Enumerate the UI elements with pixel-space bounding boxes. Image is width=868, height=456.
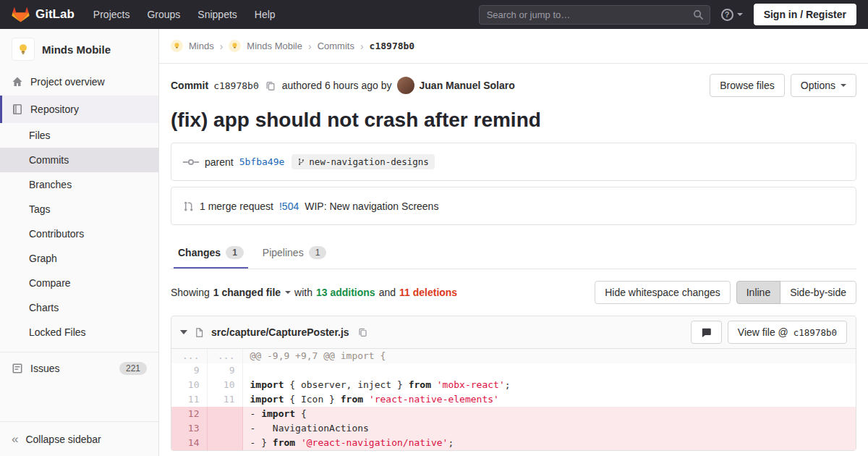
lightbulb-icon [173,42,181,50]
new-line-number[interactable]: 10 [207,378,242,392]
sidebar-item-project-overview[interactable]: Project overview [0,68,158,96]
top-navbar: GitLab Projects Groups Snippets Help ? S… [0,0,868,29]
double-chevron-left-icon: « [12,433,18,445]
side-by-side-view-button[interactable]: Side-by-side [780,281,856,304]
sidebar-item-charts[interactable]: Charts [0,295,158,320]
sidebar-item-repository[interactable]: Repository [0,96,158,123]
sidebar-item-commits[interactable]: Commits [0,148,158,172]
comment-file-button[interactable] [691,321,722,344]
new-line-number[interactable] [207,407,242,421]
pipelines-count-badge: 1 [309,246,327,259]
sidebar-item-graph[interactable]: Graph [0,246,158,271]
tab-label: Pipelines [263,247,304,258]
copy-sha-button[interactable] [264,79,277,93]
sidebar-item-label: Repository [30,104,79,115]
old-line-number[interactable]: 11 [171,392,207,407]
old-line-number[interactable]: 9 [171,363,207,378]
new-line-number[interactable] [207,436,242,450]
options-label: Options [801,80,835,91]
old-line-number[interactable]: 10 [171,378,207,392]
sidebar-item-compare[interactable]: Compare [0,271,158,295]
nav-snippets[interactable]: Snippets [197,9,237,20]
chevron-down-icon [285,291,291,294]
search-input[interactable] [479,5,710,25]
branch-chip[interactable]: new-navigation-designs [292,154,435,169]
help-dropdown[interactable]: ? [721,9,743,21]
collapse-diff-toggle[interactable] [180,330,187,334]
inline-view-button[interactable]: Inline [736,281,780,304]
nav-groups[interactable]: Groups [147,9,180,20]
collapse-sidebar-button[interactable]: « Collapse sidebar [0,421,158,456]
sidebar: Minds Mobile Project overview Repository… [0,29,159,456]
showing-text: Showing [171,287,210,298]
options-button[interactable]: Options [791,74,856,97]
diff-code [242,363,856,378]
repository-subnav: Files Commits Branches Tags Contributors… [0,123,158,345]
merge-request-icon [183,200,194,212]
view-file-button[interactable]: View file @ c18978b0 [728,321,847,344]
search-icon[interactable] [693,9,704,20]
new-line-number[interactable]: 9 [207,363,242,378]
tab-changes[interactable]: Changes 1 [174,238,248,269]
gitlab-logo[interactable]: GitLab [12,6,75,23]
mr-title-text: WIP: New navigation Screens [305,200,438,212]
new-line-number[interactable]: 11 [207,392,242,407]
old-line-number[interactable]: ... [171,349,207,363]
sign-in-button[interactable]: Sign in / Register [754,4,856,25]
issues-count-badge: 221 [119,362,147,375]
logo-text: GitLab [35,7,75,22]
breadcrumb-minds-mobile[interactable]: Minds Mobile [247,41,302,51]
sidebar-item-label: Issues [30,363,59,374]
commit-icon [183,158,199,166]
sidebar-item-issues[interactable]: Issues 221 [0,352,158,384]
nav-help[interactable]: Help [255,9,276,20]
search-box [479,5,710,25]
deletions-count: 11 deletions [399,287,457,298]
changed-files-label: 1 changed file [213,287,281,298]
breadcrumb-minds[interactable]: Minds [189,41,214,51]
diff-file-header: src/capture/CapturePoster.js [171,316,856,349]
sidebar-project-link[interactable]: Minds Mobile [0,29,158,68]
sidebar-item-contributors[interactable]: Contributors [0,221,158,246]
lightbulb-icon [231,42,239,50]
breadcrumb-separator: › [360,41,364,52]
file-path-link[interactable]: src/capture/CapturePoster.js [211,326,349,338]
parent-sha-link[interactable]: 5bfba49e [239,156,285,167]
breadcrumb: Minds › Minds Mobile › Commits › c18978b… [159,29,868,64]
new-line-number[interactable]: ... [207,349,242,363]
diff-file-card: src/capture/CapturePoster.js [171,316,856,451]
collapse-sidebar-label: Collapse sidebar [25,434,101,445]
diff-code: - import { [242,407,856,421]
commit-sha: c18978b0 [213,80,259,91]
breadcrumb-commit-sha: c18978b0 [370,41,415,51]
git-branch-icon [297,157,305,166]
project-name: Minds Mobile [42,43,111,56]
sidebar-item-files[interactable]: Files [0,123,158,148]
changed-files-dropdown[interactable]: 1 changed file [213,287,291,298]
group-avatar [171,40,183,52]
diff-code: @@ -9,9 +9,7 @@ import { [242,349,856,363]
sidebar-item-tags[interactable]: Tags [0,197,158,221]
new-line-number[interactable] [207,421,242,436]
copy-file-path-button[interactable] [357,326,369,339]
diff-table-body: ......@@ -9,9 +9,7 @@ import {991010impo… [171,349,856,450]
diff-code: import { Icon } from 'react-native-eleme… [242,392,856,407]
chevron-down-icon [737,13,743,16]
hide-whitespace-button[interactable]: Hide whitespace changes [595,281,731,304]
diff-code: - NavigationActions [242,421,856,436]
old-line-number[interactable]: 14 [171,436,207,450]
mr-ref-link[interactable]: !504 [279,200,299,212]
sidebar-item-branches[interactable]: Branches [0,172,158,197]
old-line-number[interactable]: 13 [171,421,207,436]
merge-request-box: 1 merge request !504 WIP: New navigation… [171,187,856,225]
author-link[interactable]: Juan Manuel Solaro [420,80,515,91]
breadcrumb-commits[interactable]: Commits [318,41,354,51]
commit-label: Commit [171,80,208,91]
sidebar-item-locked-files[interactable]: Locked Files [0,320,158,345]
browse-files-button[interactable]: Browse files [710,74,784,97]
old-line-number[interactable]: 12 [171,407,207,421]
author-avatar[interactable] [397,77,414,94]
nav-projects[interactable]: Projects [93,9,130,20]
tab-pipelines[interactable]: Pipelines 1 [258,238,331,269]
diff-line: 14- } from '@react-navigation/native'; [171,436,856,450]
